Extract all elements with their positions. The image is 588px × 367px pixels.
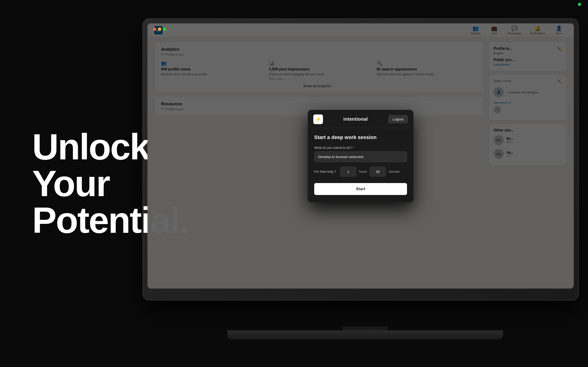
traffic-lights bbox=[153, 27, 166, 31]
minutes-input[interactable] bbox=[370, 167, 386, 177]
minutes-label: minutes bbox=[389, 170, 400, 173]
intent-field-label: What do you intend to do? * bbox=[314, 146, 407, 150]
laptop-notch bbox=[342, 327, 388, 330]
modal-header: ⚡ intentional Logout bbox=[308, 110, 414, 128]
hours-label: hours bbox=[359, 170, 367, 173]
modal-icon-button[interactable]: ⚡ bbox=[313, 115, 323, 124]
laptop-base bbox=[227, 330, 503, 340]
laptop-body: in 👥 Network 💼 Jobs 💬 bbox=[142, 18, 579, 300]
modal-overlay: ⚡ intentional Logout Start a deep work s… bbox=[147, 23, 574, 289]
intent-input[interactable] bbox=[314, 151, 407, 162]
session-title: Start a deep work session bbox=[314, 134, 407, 140]
screen-content: in 👥 Network 💼 Jobs 💬 bbox=[147, 23, 574, 289]
laptop-wrapper: in 👥 Network 💼 Jobs 💬 bbox=[142, 18, 588, 340]
deep-work-modal: ⚡ intentional Logout Start a deep work s… bbox=[308, 110, 414, 202]
modal-body: Start a deep work session What do you in… bbox=[308, 128, 414, 202]
hours-input[interactable] bbox=[340, 167, 356, 177]
duration-label: For How long ? bbox=[314, 170, 336, 173]
duration-row: For How long ? hours minutes bbox=[314, 167, 407, 177]
traffic-light-green[interactable] bbox=[163, 27, 166, 31]
green-dot-indicator bbox=[578, 3, 581, 6]
modal-lightning-icon: ⚡ bbox=[315, 117, 321, 122]
logout-button[interactable]: Logout bbox=[388, 115, 408, 123]
traffic-light-yellow[interactable] bbox=[158, 27, 161, 31]
screen-bezel: in 👥 Network 💼 Jobs 💬 bbox=[147, 23, 574, 289]
traffic-light-red[interactable] bbox=[153, 27, 156, 31]
modal-app-name: intentional bbox=[323, 117, 388, 122]
start-session-button[interactable]: Start bbox=[314, 183, 407, 195]
